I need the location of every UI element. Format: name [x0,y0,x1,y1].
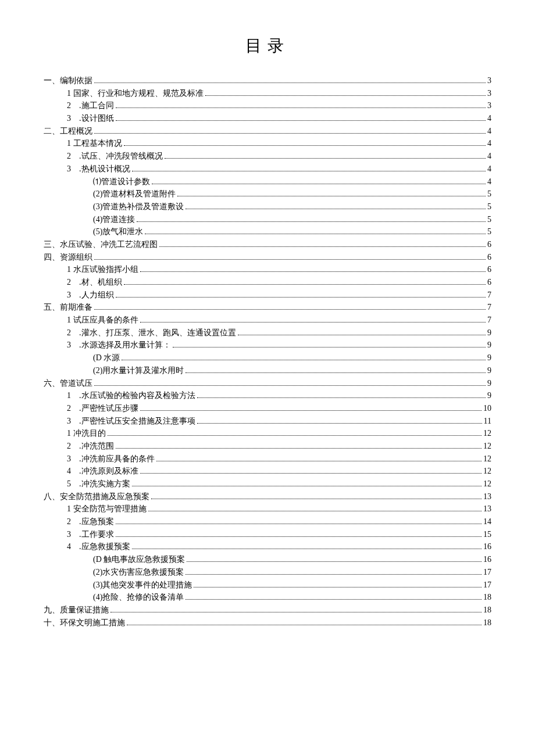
toc-leader-dots [124,145,486,146]
toc-leader-dots [159,246,486,247]
toc-entry-page: 4 [487,163,491,175]
toc-leader-dots [148,511,482,511]
toc-entry-page: 9 [487,352,491,364]
toc-entry-label: (2)管道材料及管道附件 [93,188,176,200]
toc-entry-page: 9 [487,327,491,339]
toc-entry-label: 1 试压应具备的条件 [67,314,138,327]
toc-entry-page: 4 [487,125,491,138]
toc-entry: 2 .试压、冲洗段管线概况4 [44,150,491,163]
toc-entry-page: 10 [483,402,491,415]
toc-entry: 3 .工作要求15 [44,528,491,541]
toc-entry-label: 5 .冲洗实施方案 [67,478,130,490]
toc-entry-label: 2 .施工合同 [67,99,114,112]
toc-entry: (2)水灾伤害应急救援预案17 [44,566,491,579]
toc-entry-page: 12 [483,453,491,465]
toc-entry: 3 .人力组织7 [44,289,491,302]
toc-entry-page: 6 [487,263,491,276]
toc-entry: 四、资源组织6 [44,251,491,264]
toc-title: 目录 [44,35,491,57]
toc-entry: 3 .水源选择及用水量计算：9 [44,339,491,352]
toc-leader-dots [94,259,486,260]
toc-entry-label: 九、质量保证措施 [44,604,109,617]
toc-entry-label: (3)其他突发事件的处理措施 [93,579,192,592]
toc-entry: 1 冲洗目的12 [44,427,491,440]
toc-leader-dots [94,83,486,83]
toc-entry-page: 13 [483,503,491,515]
toc-leader-dots [116,536,482,537]
toc-leader-dots [173,347,486,347]
toc-entry-page: 13 [483,490,491,503]
toc-leader-dots [238,335,486,335]
toc-entry-label: 1 国家、行业和地方规程、规范及标准 [67,87,204,100]
toc-entry-label: 2 .应急预案 [67,515,114,528]
toc-entry: 1 安全防范与管理措施13 [44,503,491,515]
toc-leader-dots [151,499,482,499]
toc-entry-page: 12 [483,465,491,478]
toc-entry-label: 3 .水源选择及用水量计算： [67,339,171,352]
toc-entry-label: (D 触电事故应急救援预案 [93,553,185,566]
toc-entry: (4)管道连接5 [44,213,491,226]
toc-entry-label: 二、工程概况 [44,125,92,138]
toc-entry-page: 9 [487,364,491,377]
toc-leader-dots [116,448,482,449]
toc-leader-dots [197,397,486,398]
toc-entry: (D 水源9 [44,352,491,364]
toc-leader-dots [132,486,482,486]
toc-entry-page: 3 [487,74,491,87]
toc-entry-page: 14 [483,515,491,528]
toc-entry-label: 4 .冲洗原则及标准 [67,465,138,478]
toc-entry-page: 4 [487,112,491,125]
toc-entry-label: (3)管道热补偿及管道敷设 [93,200,184,213]
toc-entry-label: 2 .材、机组织 [67,276,122,289]
toc-entry-page: 9 [487,389,491,402]
toc-entry-label: 六、管道试压 [44,377,92,390]
toc-leader-dots [116,120,486,121]
toc-leader-dots [156,461,482,461]
toc-entry-label: 2 .灌水、打压泵、泄水、跑风、连通设置位置 [67,327,236,339]
toc-entry-label: 1 水压试验指挥小组 [67,263,138,276]
toc-entry: (5)放气和泄水5 [44,225,491,238]
toc-leader-dots [187,561,482,562]
toc-entry: (2)管道材料及管道附件5 [44,188,491,200]
toc-entry: ⑴管道设计参数4 [44,175,491,188]
toc-entry-label: 三、水压试验、冲洗工艺流程图 [44,238,158,251]
toc-leader-dots [140,322,486,323]
toc-entry: 1 工程基本情况4 [44,137,491,150]
toc-entry-page: 7 [487,289,491,302]
toc-entry-label: 1 .水压试验的检验内容及检验方法 [67,389,195,402]
toc-entry-page: 18 [483,591,491,604]
toc-entry: 1 国家、行业和地方规程、规范及标准3 [44,87,491,100]
toc-entry: 二、工程概况4 [44,125,491,138]
toc-entry: (2)用水量计算及灌水用时9 [44,364,491,377]
toc-entry: (D 触电事故应急救援预案16 [44,553,491,566]
toc-leader-dots [197,423,482,424]
toc-entry-label: 2 .试压、冲洗段管线概况 [67,150,163,163]
toc-entry: 4 .冲洗原则及标准12 [44,465,491,478]
toc-entry-label: 3 .冲洗前应具备的条件 [67,453,155,465]
toc-entry-label: 3 .工作要求 [67,528,114,541]
toc-entry-label: 五、前期准备 [44,301,92,314]
toc-entry-page: 3 [487,87,491,100]
toc-leader-dots [94,133,486,134]
toc-entry-label: 1 冲洗目的 [67,427,106,440]
toc-leader-dots [145,234,486,234]
toc-entry: 5 .冲洗实施方案12 [44,478,491,490]
toc-entry: (4)抢险、抢修的设备清单18 [44,591,491,604]
toc-entry: 1 水压试验指挥小组6 [44,263,491,276]
toc-entry-page: 16 [483,553,491,566]
toc-entry-label: (2)水灾伤害应急救援预案 [93,566,184,579]
toc-entry-page: 12 [483,427,491,440]
toc-entry-page: 5 [487,225,491,238]
toc-entry-page: 18 [483,604,491,617]
toc-entry: 3 .热机设计概况4 [44,163,491,175]
toc-entry-page: 12 [483,478,491,490]
toc-leader-dots [110,612,482,612]
toc-entry-label: 2 .冲洗范围 [67,440,114,453]
toc-entry-page: 9 [487,339,491,352]
toc-leader-dots [152,184,486,184]
toc-entry: 2 .施工合同3 [44,99,491,112]
toc-entry-page: 4 [487,150,491,163]
toc-leader-dots [186,574,482,575]
toc-leader-dots [177,196,486,196]
toc-leader-dots [194,587,482,587]
